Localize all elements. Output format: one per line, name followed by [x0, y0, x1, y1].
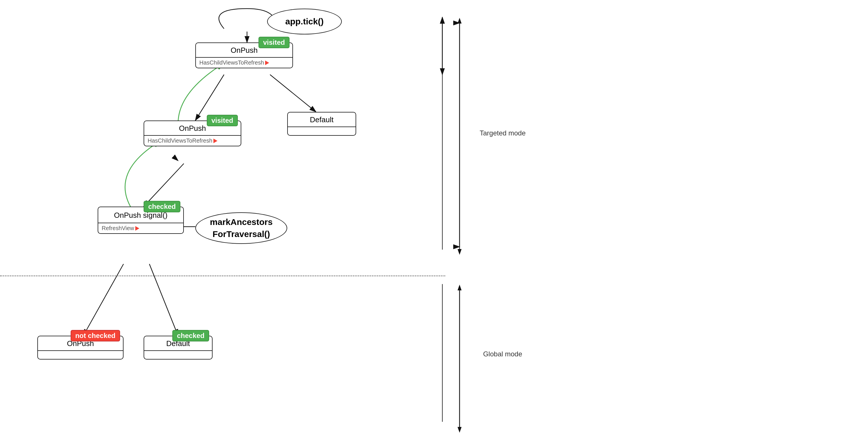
- node4-checked-badge: checked: [144, 201, 180, 212]
- node3-top: Default: [288, 112, 355, 127]
- node6-bottom: [144, 350, 212, 359]
- svg-marker-15: [458, 18, 462, 24]
- svg-marker-17: [458, 249, 462, 255]
- mark-ancestors-node: markAncestors ForTraversal(): [195, 212, 287, 244]
- mark-ancestors-label: markAncestors ForTraversal(): [210, 216, 273, 240]
- node5-bottom: [38, 350, 123, 359]
- node5-not-checked-badge: not checked: [71, 330, 120, 341]
- node1-box: visited OnPush HasChildViewsToRefresh: [195, 42, 293, 68]
- node2-red-arrow: [213, 139, 217, 143]
- node2-box: visited OnPush HasChildViewsToRefresh: [144, 121, 241, 146]
- dotted-divider: [0, 275, 445, 276]
- diagram-container: app.tick() visited OnPush HasChildViewsT…: [0, 0, 868, 439]
- node6-checked-badge: checked: [172, 330, 209, 341]
- node5-box: not checked OnPush: [37, 336, 124, 360]
- node4-box: checked OnPush signal() RefreshView: [98, 207, 184, 234]
- svg-marker-19: [458, 284, 462, 291]
- node4-bottom: RefreshView: [98, 223, 183, 233]
- node2-bottom: HasChildViewsToRefresh: [144, 135, 241, 146]
- svg-marker-21: [458, 427, 462, 433]
- node3-bottom: [288, 127, 355, 135]
- node1-visited-badge: visited: [258, 37, 289, 48]
- node6-box: checked Default: [144, 336, 213, 360]
- app-tick-label: app.tick(): [285, 16, 323, 26]
- node1-bottom: HasChildViewsToRefresh: [196, 57, 292, 68]
- app-tick-node: app.tick(): [267, 9, 342, 34]
- node2-visited-badge: visited: [207, 115, 238, 126]
- global-mode-label: Global mode: [474, 350, 531, 358]
- node1-red-arrow: [265, 61, 269, 65]
- node4-red-arrow: [135, 226, 139, 231]
- node3-box: Default: [287, 112, 356, 136]
- targeted-mode-label: Targeted mode: [474, 129, 531, 137]
- svg-line-4: [144, 164, 184, 207]
